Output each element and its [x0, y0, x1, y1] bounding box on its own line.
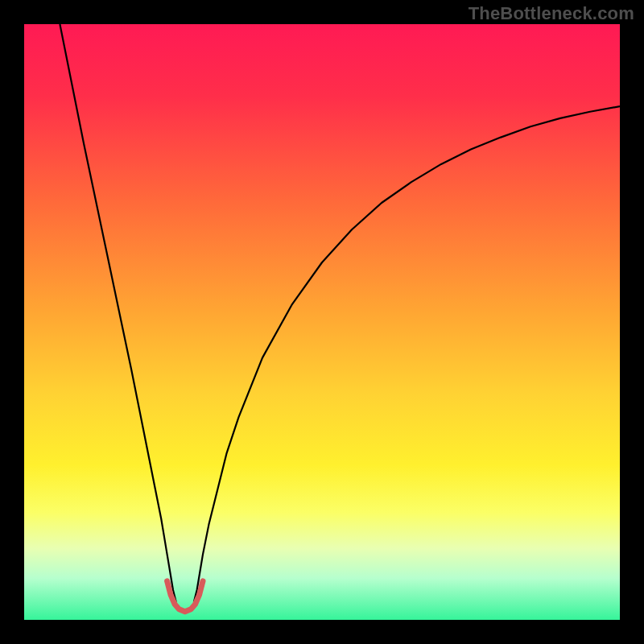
watermark-text: TheBottleneck.com: [469, 3, 634, 24]
bottleneck-chart: [24, 24, 620, 620]
chart-background: [24, 24, 620, 620]
chart-frame: TheBottleneck.com: [0, 0, 644, 644]
